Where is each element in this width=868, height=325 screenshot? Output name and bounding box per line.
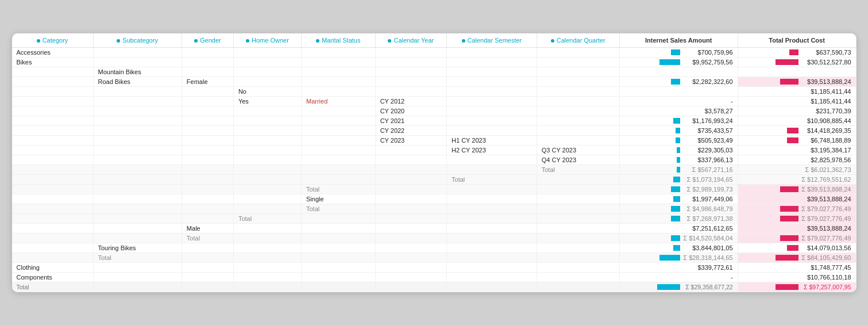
- cell-subcategory: [93, 262, 182, 272]
- cell-homeowner: [233, 165, 301, 174]
- cell-homeowner: [233, 282, 301, 292]
- col-header-calsem[interactable]: Calendar Semester: [447, 33, 537, 48]
- cell-marital: [301, 135, 375, 145]
- cell-gender: [182, 57, 233, 67]
- cell-marital: [301, 116, 375, 125]
- cell-gender: [182, 67, 233, 77]
- cell-category: [12, 106, 94, 116]
- cell-calqtr: [537, 184, 619, 194]
- cell-gender: [182, 165, 233, 174]
- cell-marital: [301, 155, 375, 165]
- cell-category: [12, 86, 94, 96]
- cell-gender: [182, 174, 233, 184]
- cell-homeowner: Total: [233, 213, 301, 223]
- col-header-homeowner[interactable]: Home Owner: [233, 33, 301, 48]
- cell-calqtr: [537, 213, 619, 223]
- cell-total-product-cost: Σ $6,021,362,73: [738, 165, 856, 174]
- cell-calqtr: [537, 233, 619, 243]
- sales-bar-blue: [677, 147, 680, 153]
- cell-subcategory: [93, 184, 182, 194]
- sales-bar-blue: [671, 79, 680, 85]
- cell-calqtr: [537, 116, 619, 125]
- cell-calsem: [447, 213, 537, 223]
- cost-bar-pink: [789, 49, 798, 55]
- col-header-category[interactable]: Category: [12, 33, 94, 48]
- cell-sales-amount: -: [619, 272, 738, 282]
- cell-calqtr: [537, 77, 619, 86]
- cell-gender: [182, 184, 233, 194]
- data-table: Category Subcategory Gender Home Owner M…: [12, 33, 857, 292]
- sales-bar-blue: [671, 235, 680, 241]
- table-row: TotalΣ $2,989,199,73Σ $39,513,888,24: [12, 184, 857, 194]
- col-header-marital[interactable]: Marital Status: [301, 33, 375, 48]
- cell-gender: [182, 135, 233, 145]
- cell-sales-amount: $735,433,57: [619, 125, 738, 135]
- sales-bar-blue: [677, 167, 680, 173]
- cell-total-product-cost: $39,513,888,24: [738, 77, 856, 86]
- cost-bar-pink: [776, 255, 798, 261]
- cost-bar-pink: [780, 186, 798, 192]
- col-header-cost[interactable]: Total Product Cost: [738, 33, 856, 48]
- sales-bar-blue: [676, 137, 680, 143]
- cell-marital: Married: [301, 96, 375, 106]
- cell-calqtr: [537, 47, 619, 57]
- cell-calsem: [447, 262, 537, 272]
- cell-subcategory: [93, 47, 182, 57]
- cell-calsem: [447, 223, 537, 233]
- cell-gender: Female: [182, 77, 233, 86]
- cell-gender: Male: [182, 223, 233, 233]
- cell-subcategory: Road Bikes: [93, 77, 182, 86]
- sales-bar-blue: [671, 206, 680, 212]
- cell-total-product-cost: $1,748,777,45: [738, 262, 856, 272]
- cell-homeowner: [233, 57, 301, 67]
- cell-gender: [182, 145, 233, 155]
- cell-subcategory: [93, 155, 182, 165]
- col-header-gender[interactable]: Gender: [182, 33, 233, 48]
- cell-calsem: [447, 125, 537, 135]
- cell-homeowner: [233, 77, 301, 86]
- cell-calqtr: [537, 262, 619, 272]
- cost-bar-pink: [787, 137, 798, 143]
- table-row: TotalΣ $1,073,194,65Σ $12,769,551,62: [12, 174, 857, 184]
- cell-calqtr: Total: [537, 165, 619, 174]
- cell-gender: [182, 47, 233, 57]
- cell-category: [12, 96, 94, 106]
- cell-category: [12, 174, 94, 184]
- cell-sales-amount: $229,305,03: [619, 145, 738, 155]
- cell-calqtr: [537, 57, 619, 67]
- sales-bar-blue: [677, 157, 680, 163]
- cell-homeowner: [233, 184, 301, 194]
- cell-subcategory: [93, 96, 182, 106]
- cell-homeowner: [233, 223, 301, 233]
- cell-sales-amount: $3,578,27: [619, 106, 738, 116]
- cell-category: [12, 165, 94, 174]
- cell-total-product-cost: $10,908,885,44: [738, 116, 856, 125]
- cell-category: [12, 184, 94, 194]
- cell-total-product-cost: $39,513,888,24: [738, 223, 856, 233]
- sales-bar-blue: [673, 245, 680, 251]
- cell-category: [12, 155, 94, 165]
- cell-sales-amount: $2,282,322,60: [619, 77, 738, 86]
- table-row: No$1,185,411,44: [12, 86, 857, 96]
- cell-marital: [301, 253, 375, 262]
- cell-calsem: [447, 155, 537, 165]
- cell-category: [12, 213, 94, 223]
- cell-marital: [301, 233, 375, 243]
- cell-calsem: [447, 282, 537, 292]
- cell-gender: [182, 155, 233, 165]
- cost-bar-pink: [787, 128, 798, 133]
- col-header-calqtr[interactable]: Calendar Quarter: [537, 33, 619, 48]
- col-header-subcategory[interactable]: Subcategory: [93, 33, 182, 48]
- cell-subcategory: [93, 272, 182, 282]
- cell-gender: [182, 194, 233, 204]
- cost-bar-pink: [776, 284, 798, 290]
- cell-marital: [301, 213, 375, 223]
- cell-marital: [301, 174, 375, 184]
- col-header-calyear[interactable]: Calendar Year: [375, 33, 446, 48]
- cell-homeowner: [233, 47, 301, 57]
- cell-calyear: [375, 282, 446, 292]
- cell-category: [12, 253, 94, 262]
- col-header-sales[interactable]: Internet Sales Amount: [619, 33, 738, 48]
- table-row: Male$7,251,612,65$39,513,888,24: [12, 223, 857, 233]
- cell-calsem: [447, 243, 537, 253]
